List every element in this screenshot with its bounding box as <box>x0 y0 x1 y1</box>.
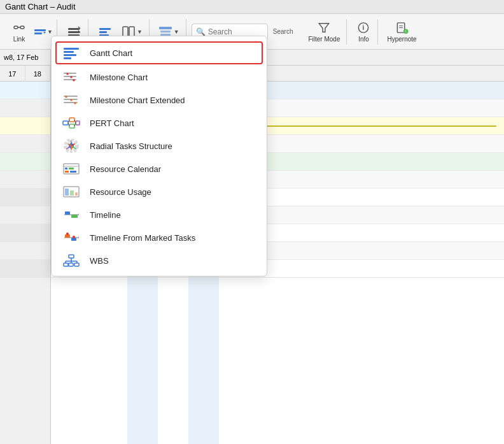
milestone-chart-icon <box>62 69 81 85</box>
search-icon: 🔍 <box>196 27 206 36</box>
dropdown-item-wbs[interactable]: WBS <box>52 249 267 272</box>
chart-type-dropdown: Gantt Chart Milestone Chart <box>51 36 267 276</box>
svg-rect-75 <box>69 263 73 266</box>
dropdown-item-resource-calendar[interactable]: Resource Calendar <box>52 157 267 180</box>
filter-mode-label: Filter Mode <box>308 36 340 43</box>
left-row-3 <box>0 117 50 135</box>
svg-rect-57 <box>65 171 69 173</box>
svg-rect-76 <box>74 263 79 266</box>
timeline-marked-icon <box>62 230 81 245</box>
day-17: 17 <box>0 66 25 82</box>
svg-rect-73 <box>69 255 74 258</box>
filter-mode-button[interactable]: Filter Mode <box>304 20 344 44</box>
svg-rect-32 <box>64 76 76 77</box>
link-label: Link <box>13 36 25 43</box>
dropdown-item-pert-chart[interactable]: PERT Chart <box>52 111 267 134</box>
svg-rect-46 <box>76 121 80 125</box>
title-text: Gantt Chart – Audit <box>5 2 76 11</box>
svg-rect-16 <box>159 27 172 29</box>
svg-rect-61 <box>70 190 74 196</box>
info-label: Info <box>358 36 369 43</box>
filter-mode-group: Filter Mode <box>302 19 347 45</box>
timeline-label: Timeline <box>90 210 121 220</box>
hypernote-group: ↑ Hypernote <box>381 19 423 45</box>
svg-rect-12 <box>99 31 107 33</box>
svg-rect-27 <box>64 48 79 50</box>
svg-marker-66 <box>78 213 79 216</box>
hypernote-button[interactable]: ↑ Hypernote <box>383 20 420 44</box>
svg-rect-31 <box>64 73 76 74</box>
resource-usage-label: Resource Usage <box>90 187 151 197</box>
left-row-11 <box>0 260 50 278</box>
dropdown-item-milestone-chart-extended[interactable]: Milestone Chart Extended <box>52 89 267 111</box>
title-bar: Gantt Chart – Audit <box>0 0 504 14</box>
wbs-icon <box>62 253 81 268</box>
svg-rect-74 <box>64 263 68 266</box>
resource-calendar-icon <box>62 161 81 176</box>
timeline-marked-label: Timeline From Marked Tasks <box>90 233 195 243</box>
link-button[interactable]: Link <box>8 20 31 44</box>
svg-rect-6 <box>68 28 80 30</box>
left-row-2 <box>0 99 50 117</box>
svg-marker-19 <box>319 23 329 31</box>
svg-rect-11 <box>99 28 111 30</box>
svg-marker-72 <box>78 236 79 239</box>
svg-rect-17 <box>160 31 171 32</box>
dropdown-item-gantt-chart[interactable]: Gantt Chart <box>55 41 263 64</box>
milestone-chart-extended-icon <box>62 92 81 108</box>
svg-point-71 <box>73 236 75 238</box>
dropdown-item-timeline[interactable]: Timeline <box>52 203 267 226</box>
left-row-1 <box>0 82 50 99</box>
gantt-chart-label: Gantt Chart <box>90 48 132 58</box>
svg-rect-65 <box>71 215 78 218</box>
radial-tasks-icon <box>62 138 81 154</box>
milestone-chart-extended-label: Milestone Chart Extended <box>90 96 185 105</box>
info-group: i Info <box>349 19 378 45</box>
svg-rect-3 <box>34 29 46 31</box>
milestone-chart-label: Milestone Chart <box>90 73 148 82</box>
svg-rect-1 <box>20 26 24 29</box>
svg-rect-58 <box>70 171 76 173</box>
left-panel-days: 17 18 <box>0 66 50 82</box>
svg-rect-43 <box>63 121 68 125</box>
svg-rect-60 <box>65 189 69 196</box>
svg-rect-44 <box>69 118 74 122</box>
svg-rect-0 <box>14 26 18 29</box>
dropdown-item-timeline-marked[interactable]: Timeline From Marked Tasks <box>52 226 267 249</box>
left-row-4 <box>0 135 50 153</box>
svg-rect-7 <box>68 31 80 33</box>
search-input[interactable] <box>208 27 265 36</box>
left-row-9 <box>0 224 50 242</box>
svg-rect-28 <box>64 51 74 53</box>
info-button[interactable]: i Info <box>352 20 375 44</box>
dropdown-item-radial-tasks[interactable]: Radial Tasks Structure <box>52 134 267 157</box>
pert-chart-label: PERT Chart <box>90 118 134 128</box>
pert-chart-icon <box>62 115 81 131</box>
svg-rect-55 <box>65 168 67 169</box>
svg-text:↑: ↑ <box>404 29 407 34</box>
svg-point-70 <box>66 233 69 235</box>
svg-rect-45 <box>69 124 74 128</box>
svg-rect-62 <box>75 192 78 196</box>
left-row-10 <box>0 242 50 260</box>
left-panel: w8, 17 Feb 17 18 <box>0 50 51 444</box>
svg-marker-5 <box>43 32 46 34</box>
day-18: 18 <box>25 66 51 82</box>
gantt-chart-icon <box>62 45 81 61</box>
dropdown-item-resource-usage[interactable]: Resource Usage <box>52 180 267 203</box>
left-panel-header: w8, 17 Feb 17 18 <box>0 50 50 82</box>
left-row-6 <box>0 171 50 189</box>
hypernote-label: Hypernote <box>387 36 416 43</box>
search-toolbar-label: Search <box>269 27 297 36</box>
resource-calendar-label: Resource Calendar <box>90 164 161 174</box>
week1-label-left: w8, 17 Feb <box>0 50 50 66</box>
svg-rect-30 <box>64 57 71 59</box>
radial-tasks-label: Radial Tasks Structure <box>90 141 172 151</box>
svg-rect-4 <box>34 32 42 34</box>
link-group: Link ▼ <box>5 19 57 45</box>
left-row-7 <box>0 189 50 206</box>
dropdown-item-milestone-chart[interactable]: Milestone Chart <box>52 66 267 89</box>
resource-usage-icon <box>62 184 81 199</box>
svg-text:i: i <box>363 24 365 31</box>
svg-rect-56 <box>69 168 74 169</box>
